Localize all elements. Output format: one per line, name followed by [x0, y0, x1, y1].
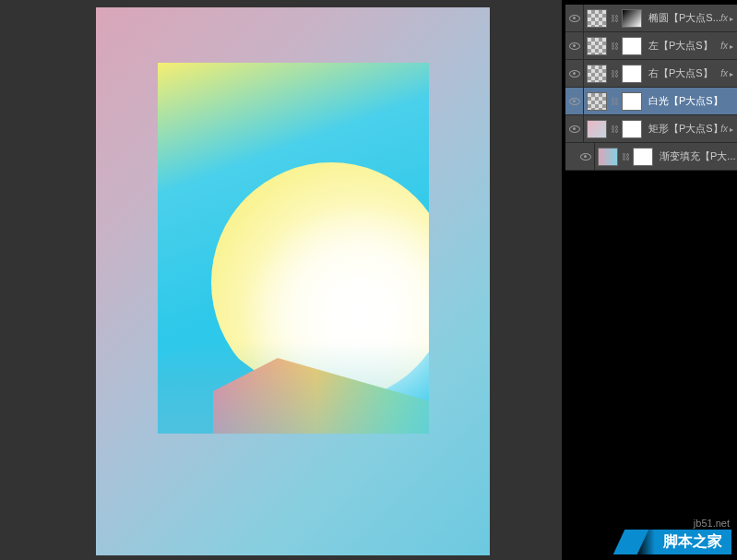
fx-indicator[interactable]: fx [720, 124, 733, 134]
eye-icon [569, 70, 580, 77]
eye-icon [569, 98, 580, 105]
layer-row-1[interactable]: ⛓左【P大点S】fx [565, 32, 737, 60]
layers-panel: ⛓椭圆【P大点S...fx⛓左【P大点S】fx⛓右【P大点S】fx⛓白光【P大点… [565, 5, 737, 171]
visibility-toggle[interactable] [565, 5, 584, 32]
link-icon[interactable]: ⛓ [610, 42, 619, 51]
eye-icon [580, 153, 591, 161]
layer-thumbnail[interactable] [587, 65, 607, 83]
visibility-toggle[interactable] [565, 60, 584, 88]
eye-icon [569, 125, 580, 133]
layer-row-4[interactable]: ⛓矩形【P大点S】fx [565, 115, 737, 143]
mask-thumbnail[interactable] [622, 37, 642, 55]
mask-thumbnail[interactable] [622, 92, 642, 111]
layer-thumbnail[interactable] [587, 120, 607, 138]
mask-thumbnail[interactable] [622, 120, 642, 138]
fx-indicator[interactable]: fx [720, 13, 733, 23]
layer-row-2[interactable]: ⛓右【P大点S】fx [565, 60, 737, 88]
link-icon[interactable]: ⛓ [621, 152, 630, 161]
mask-thumbnail[interactable] [622, 65, 642, 83]
mask-thumbnail[interactable] [633, 148, 653, 166]
inner-artboard [158, 63, 429, 434]
eye-icon [569, 15, 580, 22]
link-icon[interactable]: ⛓ [610, 97, 619, 106]
fx-indicator[interactable]: fx [720, 68, 733, 78]
watermark-text: jb51.net [694, 518, 730, 529]
link-icon[interactable]: ⛓ [610, 125, 619, 134]
layer-thumbnail[interactable] [587, 9, 607, 28]
layer-name[interactable]: 渐变填充【P大... [656, 149, 737, 163]
bottom-haze [158, 341, 429, 434]
layer-thumbnail[interactable] [598, 148, 618, 166]
visibility-toggle[interactable] [577, 143, 595, 171]
brand-label: 脚本之家 [636, 530, 731, 554]
mask-thumbnail[interactable] [622, 9, 642, 28]
layer-thumbnail[interactable] [587, 37, 607, 55]
visibility-toggle[interactable] [565, 88, 584, 115]
canvas-area[interactable] [0, 0, 562, 560]
link-icon[interactable]: ⛓ [610, 69, 619, 78]
outer-artboard [96, 7, 490, 555]
layer-row-3[interactable]: ⛓白光【P大点S】 [565, 88, 737, 115]
layer-thumbnail[interactable] [587, 92, 607, 111]
layer-name[interactable]: 白光【P大点S】 [645, 94, 737, 108]
layer-row-5[interactable]: ⛓渐变填充【P大... [565, 143, 737, 171]
visibility-toggle[interactable] [565, 32, 584, 60]
visibility-toggle[interactable] [565, 115, 584, 143]
layer-row-0[interactable]: ⛓椭圆【P大点S...fx [565, 5, 737, 32]
fx-indicator[interactable]: fx [720, 41, 733, 51]
link-icon[interactable]: ⛓ [610, 14, 619, 23]
eye-icon [569, 42, 580, 50]
